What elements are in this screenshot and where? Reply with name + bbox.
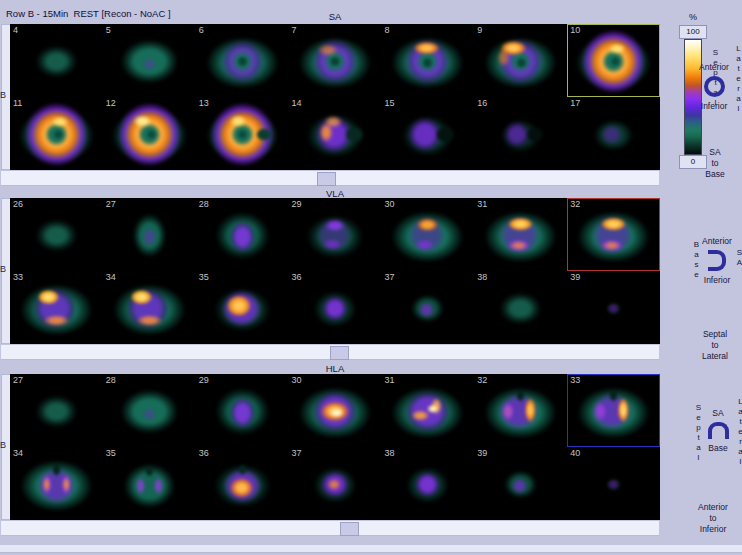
perfusion-image (383, 378, 472, 445)
perfusion-image (198, 275, 287, 342)
perfusion-image (105, 202, 194, 269)
slice-cell-28[interactable]: 28 (196, 198, 289, 271)
slice-number: 32 (477, 375, 487, 385)
vla-axis-note: Septal to Lateral (691, 329, 739, 362)
slice-cell-13[interactable]: 13 (196, 97, 289, 170)
perfusion-image (291, 275, 380, 342)
perfusion-image (12, 202, 101, 269)
slice-cell-34[interactable]: 34 (103, 271, 196, 344)
vla-orient-bottom-label: Inferior (704, 275, 730, 285)
slice-cell-34[interactable]: 34 (10, 447, 103, 520)
slice-cell-35[interactable]: 35 (103, 447, 196, 520)
scrollbar-thumb[interactable] (330, 346, 349, 360)
slice-number: 34 (13, 448, 23, 458)
perfusion-image (105, 101, 194, 168)
perfusion-image (12, 275, 101, 342)
slice-number: 32 (570, 199, 580, 209)
perfusion-image (198, 202, 287, 269)
scrollbar-thumb[interactable] (317, 172, 336, 186)
slice-cell-12[interactable]: 12 (103, 97, 196, 170)
row-label: B (0, 440, 6, 450)
perfusion-image (291, 378, 380, 445)
slice-cell-14[interactable]: 14 (289, 97, 382, 170)
slice-cell-35[interactable]: 35 (196, 271, 289, 344)
perfusion-image (198, 378, 287, 445)
slice-number: 28 (199, 199, 209, 209)
perfusion-image (569, 202, 658, 269)
slice-cell-30[interactable]: 30 (381, 198, 474, 271)
hla-orient-bottom-label: Base (708, 443, 727, 453)
slice-cell-32[interactable]: 32 (474, 374, 567, 447)
slice-cell-33[interactable]: 33 (567, 374, 660, 447)
perfusion-image (476, 101, 565, 168)
slice-number: 36 (199, 448, 209, 458)
sa-orient-right-label: Lateral (733, 44, 742, 114)
slice-cell-4[interactable]: 4 (10, 24, 103, 97)
slice-cell-10[interactable]: 10 (567, 24, 660, 97)
slice-cell-37[interactable]: 37 (289, 447, 382, 520)
slice-cell-29[interactable]: 29 (196, 374, 289, 447)
perfusion-image (383, 275, 472, 342)
slice-cell-8[interactable]: 8 (381, 24, 474, 97)
hla-slice-grid: 2728293031323334353637383940 (10, 374, 660, 520)
slice-cell-36[interactable]: 36 (196, 447, 289, 520)
slice-cell-15[interactable]: 15 (381, 97, 474, 170)
slice-cell-36[interactable]: 36 (289, 271, 382, 344)
hla-axis-note: Anterior to Inferior (689, 502, 737, 535)
sa-horizontal-scrollbar[interactable] (1, 171, 659, 186)
slice-cell-38[interactable]: 38 (381, 447, 474, 520)
slice-cell-38[interactable]: 38 (474, 271, 567, 344)
slice-number: 5 (106, 25, 111, 35)
slice-number: 30 (292, 375, 302, 385)
slice-cell-40[interactable]: 40 (567, 447, 660, 520)
slice-number: 29 (199, 375, 209, 385)
perfusion-image (569, 275, 658, 342)
slice-cell-27[interactable]: 27 (10, 374, 103, 447)
slice-cell-17[interactable]: 17 (567, 97, 660, 170)
perfusion-image (569, 451, 658, 518)
slice-cell-29[interactable]: 29 (289, 198, 382, 271)
row-label: B (0, 264, 6, 274)
slice-cell-26[interactable]: 26 (10, 198, 103, 271)
vla-c-icon (708, 250, 726, 271)
note-line: Base (691, 169, 739, 180)
slice-cell-7[interactable]: 7 (289, 24, 382, 97)
slice-number: 11 (13, 98, 22, 108)
slice-cell-16[interactable]: 16 (474, 97, 567, 170)
note-line: to (691, 158, 739, 169)
perfusion-image (105, 378, 194, 445)
slice-cell-37[interactable]: 37 (381, 271, 474, 344)
slice-cell-39[interactable]: 39 (567, 271, 660, 344)
perfusion-image (476, 202, 565, 269)
slice-cell-6[interactable]: 6 (196, 24, 289, 97)
slice-number: 35 (106, 448, 116, 458)
hla-horizontal-scrollbar[interactable] (1, 521, 659, 536)
perfusion-image (291, 451, 380, 518)
perfusion-image (569, 378, 658, 445)
perfusion-image (291, 28, 380, 95)
slice-number: 35 (199, 272, 209, 282)
slice-number: 17 (570, 98, 580, 108)
note-line: to (691, 340, 739, 351)
hla-orient-right-label: Lateral (735, 397, 742, 467)
perfusion-image (476, 378, 565, 445)
slice-cell-30[interactable]: 30 (289, 374, 382, 447)
slice-number: 39 (570, 272, 580, 282)
slice-cell-39[interactable]: 39 (474, 447, 567, 520)
slice-number: 12 (106, 98, 116, 108)
scrollbar-thumb[interactable] (340, 522, 359, 536)
slice-number: 28 (106, 375, 116, 385)
perfusion-image (569, 101, 658, 168)
slice-cell-28[interactable]: 28 (103, 374, 196, 447)
vla-horizontal-scrollbar[interactable] (1, 345, 659, 360)
slice-cell-32[interactable]: 32 (567, 198, 660, 271)
slice-cell-5[interactable]: 5 (103, 24, 196, 97)
slice-cell-27[interactable]: 27 (103, 198, 196, 271)
slice-cell-9[interactable]: 9 (474, 24, 567, 97)
slice-cell-11[interactable]: 11 (10, 97, 103, 170)
slice-number: 8 (384, 25, 389, 35)
slice-cell-33[interactable]: 33 (10, 271, 103, 344)
slice-cell-31[interactable]: 31 (381, 374, 474, 447)
perfusion-image (291, 202, 380, 269)
slice-cell-31[interactable]: 31 (474, 198, 567, 271)
